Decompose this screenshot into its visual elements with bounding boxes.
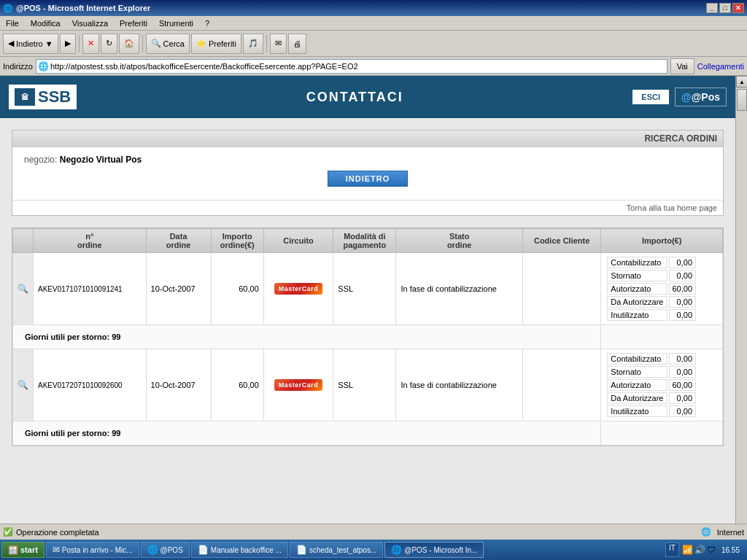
refresh-button[interactable]: ↻ xyxy=(101,34,117,54)
scrollbar-thumb[interactable] xyxy=(737,89,747,111)
task-ie-active[interactable]: 🌐 @POS - Microsoft In... xyxy=(384,542,484,558)
results-table-wrap: n°ordine Dataordine Importoordine(€) Cir… xyxy=(12,228,724,446)
mastercard-badge: MasterCard xyxy=(274,283,323,295)
links-label[interactable]: Collegamenti xyxy=(697,62,744,71)
taskbar: 🪟 start ✉ Posta in arrivo - Mic... 🌐 @PO… xyxy=(0,540,747,560)
task-atpos-icon: 🌐 xyxy=(147,545,158,555)
task-posta[interactable]: ✉ Posta in arrivo - Mic... xyxy=(46,542,139,558)
mail-button[interactable]: ✉ xyxy=(270,34,287,54)
task-manuale[interactable]: 📄 Manuale backoffice ... xyxy=(191,542,288,558)
row1-importo-ordine: 60,00 xyxy=(211,253,263,325)
system-tray-icons: 📶 🔊 🛡 xyxy=(682,545,716,555)
go-button[interactable]: Vai xyxy=(670,58,694,74)
back-dropdown-icon: ▼ xyxy=(45,39,53,48)
table-detail-row-2: Giorni utili per storno: 99 xyxy=(13,421,723,446)
ssb-logo-text: SSB xyxy=(38,88,71,106)
row1-search-icon[interactable]: 🔍 xyxy=(18,284,28,294)
results-table: n°ordine Dataordine Importoordine(€) Cir… xyxy=(12,228,723,446)
mail-icon: ✉ xyxy=(275,39,282,48)
row2-codice xyxy=(522,349,600,421)
title-bar: 🌐 @POS - Microsoft Internet Explorer _ □… xyxy=(0,0,747,16)
col-modalita: Modalità dipagamento xyxy=(333,229,396,253)
media-icon: 🎵 xyxy=(248,39,258,48)
toolbar: ◀ Indietro ▼ ▶ ✕ ↻ 🏠 🔍 Cerca ⭐ Preferiti… xyxy=(0,31,747,57)
home-button[interactable]: 🏠 xyxy=(119,34,139,54)
row2-ordine: AKEV01720710100926​00 xyxy=(34,349,147,421)
row2-stornato-lbl: Stornato xyxy=(607,366,667,378)
print-button[interactable]: 🖨 xyxy=(288,34,306,54)
menu-file[interactable]: File xyxy=(3,18,22,29)
row2-stato: In fase di contabilizzazione xyxy=(396,349,523,421)
row2-contabilizzato-val: 0,00 xyxy=(669,353,697,365)
row2-autorizzato-lbl: Autorizzato xyxy=(607,379,667,391)
home-icon: 🏠 xyxy=(124,39,134,48)
row1-detail-cell: Giorni utili per storno: 99 xyxy=(13,325,601,349)
windows-icon: 🪟 xyxy=(8,545,18,555)
header-right: ESCI @@Pos xyxy=(632,88,727,106)
stop-button[interactable]: ✕ xyxy=(82,34,99,54)
table-detail-row-1: Giorni utili per storno: 99 xyxy=(13,325,723,349)
torna-row: Torna alla tua home page xyxy=(12,200,723,215)
media-button[interactable]: 🎵 xyxy=(243,34,263,54)
row2-stornato-val: 0,00 xyxy=(669,366,697,378)
back-button[interactable]: ◀ Indietro ▼ xyxy=(3,34,58,54)
col-ordine: n°ordine xyxy=(34,229,147,253)
row2-contabilizzato-lbl: Contabilizzato xyxy=(607,353,667,365)
address-input-wrap: 🌐 xyxy=(36,59,667,74)
stop-icon: ✕ xyxy=(88,39,94,48)
status-right: 🌐 Internet xyxy=(701,527,744,537)
close-button[interactable]: ✕ xyxy=(732,3,744,13)
app-title: CONTATTACI xyxy=(306,90,403,105)
maximize-button[interactable]: □ xyxy=(719,3,731,13)
language-button[interactable]: IT xyxy=(665,542,679,557)
row1-autorizzato-val: 60,00 xyxy=(669,283,697,295)
task-atpos[interactable]: 🌐 @POS xyxy=(141,542,190,558)
row1-data: 10-Oct-2007 xyxy=(146,253,211,325)
negozio-label: negozio: xyxy=(24,155,57,165)
indietro-button[interactable]: INDIETRO xyxy=(328,171,409,187)
row1-importo-detail: Contabilizzato0,00 Stornato0,00 Autorizz… xyxy=(601,253,723,325)
row2-inutilizzato-lbl: Inutilizzato xyxy=(607,405,667,417)
main-area: RICERCA ORDINI negozio: Negozio Virtual … xyxy=(0,118,735,540)
internet-icon: 🌐 xyxy=(701,527,711,537)
esci-button[interactable]: ESCI xyxy=(632,90,669,104)
table-header-row: n°ordine Dataordine Importoordine(€) Cir… xyxy=(13,229,723,253)
toolbar-separator-2 xyxy=(142,35,143,52)
col-stato: Statoordine xyxy=(396,229,523,253)
forward-button[interactable]: ▶ xyxy=(60,34,76,54)
menu-help[interactable]: ? xyxy=(202,18,212,29)
start-button[interactable]: 🪟 start xyxy=(1,542,44,558)
row2-pagamento: SSL xyxy=(333,349,396,421)
address-label: Indirizzo xyxy=(3,62,33,71)
menu-modifica[interactable]: Modifica xyxy=(28,18,63,29)
menu-strumenti[interactable]: Strumenti xyxy=(156,18,196,29)
row1-ordine: AKEV0171071010091241 xyxy=(34,253,147,325)
window-icon: 🌐 xyxy=(3,4,13,13)
scrollbar[interactable]: ▲ ▼ xyxy=(735,76,747,540)
task-scheda[interactable]: 📄 scheda_test_atpos... xyxy=(290,542,383,558)
row2-detail-cell: Giorni utili per storno: 99 xyxy=(13,421,601,446)
menu-preferiti[interactable]: Preferiti xyxy=(117,18,150,29)
col-data: Dataordine xyxy=(146,229,211,253)
scroll-up-button[interactable]: ▲ xyxy=(736,76,747,88)
address-input[interactable] xyxy=(50,62,665,71)
row2-mastercard-badge: MasterCard xyxy=(274,379,323,391)
favorites-button[interactable]: ⭐ Preferiti xyxy=(191,34,241,54)
clock: 16.55 xyxy=(719,546,743,554)
menu-visualizza[interactable]: Visualizza xyxy=(69,18,111,29)
task-scheda-icon: 📄 xyxy=(296,545,307,555)
row1-contabilizzato-val: 0,00 xyxy=(669,257,697,268)
row2-search-icon[interactable]: 🔍 xyxy=(18,380,28,390)
row2-detail-empty xyxy=(601,421,723,446)
row2-da-autorizzare-val: 0,00 xyxy=(669,392,697,404)
forward-icon: ▶ xyxy=(65,39,71,48)
back-icon: ◀ xyxy=(8,39,14,48)
search-button[interactable]: 🔍 Cerca xyxy=(146,34,190,54)
row1-stornato-val: 0,00 xyxy=(669,270,697,281)
status-bar: ✅ Operazione completata 🌐 Internet xyxy=(0,524,747,540)
scrollbar-track xyxy=(736,88,747,528)
row1-contabilizzato-lbl: Contabilizzato xyxy=(607,257,667,268)
minimize-button[interactable]: _ xyxy=(706,3,718,13)
row2-data: 10-Oct-2007 xyxy=(146,349,211,421)
row2-inutilizzato-val: 0,00 xyxy=(669,405,697,417)
